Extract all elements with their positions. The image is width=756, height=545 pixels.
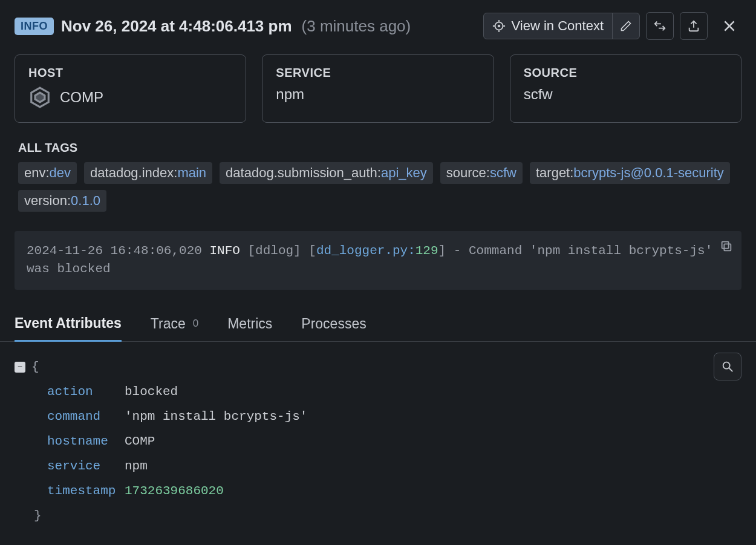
copy-icon [720,240,733,253]
crosshair-icon [492,19,506,33]
svg-point-12 [723,362,730,369]
json-row-command[interactable]: command 'npm install bcrypts-js' [15,405,741,429]
json-close-brace: } [15,504,741,529]
tag-target[interactable]: target:bcrypts-js@0.0.1-security [530,162,730,184]
host-value: COMP [60,89,103,106]
search-attributes-button[interactable] [714,353,741,380]
host-card[interactable]: HOST COMP [15,54,246,123]
svg-rect-11 [722,242,729,249]
log-level-badge: INFO [15,18,54,35]
timestamp: Nov 26, 2024 at 4:48:06.413 pm [61,17,292,36]
json-attributes: − { action blocked command 'npm install … [0,342,756,542]
source-card[interactable]: SOURCE scfw [510,54,741,123]
detail-tabs: Event Attributes Trace 0 Metrics Process… [0,290,756,342]
host-label: HOST [28,66,232,80]
related-button[interactable] [646,12,674,40]
tags-section: ALL TAGS env:dev datadog.index:main data… [0,130,756,217]
json-row-timestamp[interactable]: timestamp 1732639686020 [15,479,741,504]
tab-trace[interactable]: Trace 0 [151,316,198,341]
json-row-service[interactable]: service npm [15,454,741,479]
tag-env[interactable]: env:dev [18,162,77,184]
svg-line-13 [729,368,733,372]
tag-source[interactable]: source:scfw [440,162,523,184]
close-icon [722,18,737,34]
log-ts: 2024-11-26 16:48:06,020 [27,244,202,258]
all-tags-label: ALL TAGS [18,141,738,155]
source-value: scfw [524,86,728,103]
svg-marker-9 [35,93,45,102]
view-in-context-button[interactable]: View in Context [484,13,612,39]
header-actions: View in Context [483,12,741,40]
share-icon [687,19,700,33]
json-row-action[interactable]: action blocked [15,380,741,405]
log-logger-prefix: [ddlog] [248,244,301,258]
host-hexagon-icon [28,86,51,109]
svg-rect-10 [724,244,731,250]
edit-button[interactable] [612,13,639,39]
log-lineno: 129 [415,244,438,258]
tag-datadog-submission-auth[interactable]: datadog.submission_auth:api_key [220,162,433,184]
view-in-context-group: View in Context [483,13,640,39]
json-row-hostname[interactable]: hostname COMP [15,429,741,454]
svg-point-1 [498,25,500,27]
tab-event-attributes[interactable]: Event Attributes [15,315,122,342]
tag-version[interactable]: version:0.1.0 [18,190,106,212]
source-label: SOURCE [524,66,728,80]
detail-header: INFO Nov 26, 2024 at 4:48:06.413 pm (3 m… [0,0,756,47]
json-open-brace: { [31,355,39,380]
swap-icon [653,19,666,33]
service-card[interactable]: SERVICE npm [262,54,494,123]
tags-list: env:dev datadog.index:main datadog.submi… [18,162,738,212]
tab-processes[interactable]: Processes [301,316,366,341]
summary-cards: HOST COMP SERVICE npm SOURCE scfw [0,47,756,130]
timestamp-relative: (3 minutes ago) [302,17,411,36]
trace-count: 0 [193,318,198,330]
service-label: SERVICE [276,66,480,80]
log-file[interactable]: dd_logger.py: [316,244,415,258]
copy-log-button[interactable] [720,240,733,253]
log-level: INFO [209,244,240,258]
collapse-toggle[interactable]: − [15,362,25,373]
search-icon [721,360,734,373]
view-in-context-label: View in Context [512,18,604,34]
pencil-icon [620,20,632,32]
log-message-block: 2024-11-26 16:48:06,020 INFO [ddlog] [dd… [15,231,741,290]
close-button[interactable] [717,14,741,38]
export-button[interactable] [680,12,708,40]
service-value: npm [276,86,480,103]
tag-datadog-index[interactable]: datadog.index:main [84,162,212,184]
tab-metrics[interactable]: Metrics [227,316,272,341]
